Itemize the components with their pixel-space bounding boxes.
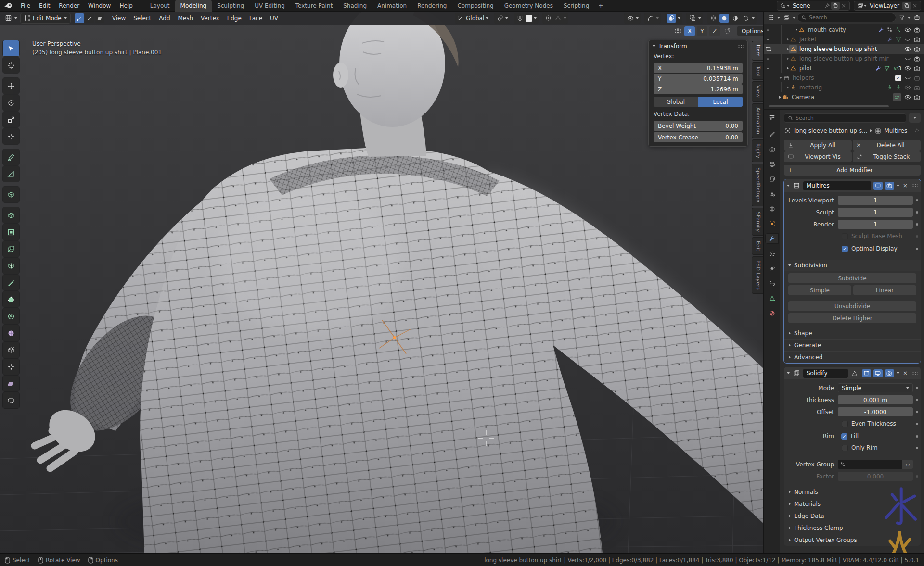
- annotate-tool-button[interactable]: [3, 149, 19, 165]
- mirror-y-button[interactable]: Y: [697, 26, 707, 36]
- solidify-close-icon[interactable]: ×: [902, 370, 909, 377]
- workspace-texture-paint[interactable]: Texture Paint: [290, 0, 338, 12]
- workspace-animation[interactable]: Animation: [372, 0, 412, 12]
- workspace-layout[interactable]: Layout: [145, 0, 175, 12]
- menu-view[interactable]: View: [108, 15, 129, 22]
- expand-icon[interactable]: [787, 86, 789, 89]
- tab-psd-layers[interactable]: PSD Layers: [752, 256, 763, 294]
- snap-target-dropdown[interactable]: [494, 13, 510, 24]
- solidify-editmode-toggle-icon[interactable]: [862, 369, 871, 377]
- tab-render-properties[interactable]: [766, 144, 778, 154]
- hide-icon[interactable]: [904, 94, 911, 101]
- rim-fill-checkbox[interactable]: ✓: [841, 433, 847, 440]
- tab-tool[interactable]: Tool: [752, 62, 763, 80]
- snap-white-swatch[interactable]: [526, 15, 532, 22]
- multires-collapse-icon[interactable]: [787, 185, 790, 187]
- outliner-horizontal-scrollbar[interactable]: [769, 105, 889, 107]
- disable-render-icon[interactable]: [914, 94, 920, 101]
- add-cube-tool-button[interactable]: [3, 187, 19, 202]
- hide-icon[interactable]: [904, 84, 911, 91]
- tab-constraint-properties[interactable]: [766, 278, 778, 288]
- modifier-icon[interactable]: [887, 37, 893, 42]
- thickness-clamp-section[interactable]: Thickness Clamp: [784, 522, 921, 534]
- solidify-drag-handle[interactable]: [912, 371, 918, 375]
- rip-region-tool-button[interactable]: [3, 392, 19, 408]
- tweak-tool-button[interactable]: [3, 40, 19, 56]
- normals-section[interactable]: Normals: [784, 486, 921, 498]
- properties-search[interactable]: [784, 113, 906, 123]
- outliner-row-jacket[interactable]: jacket: [764, 35, 924, 44]
- solid-shading-icon[interactable]: [719, 14, 729, 23]
- local-button[interactable]: Local: [698, 97, 743, 107]
- pin-icon[interactable]: [823, 3, 831, 9]
- wireframe-shading-icon[interactable]: [709, 15, 718, 21]
- workspace-uv-editing[interactable]: UV Editing: [249, 0, 290, 12]
- solidify-collapse-icon[interactable]: [787, 372, 790, 374]
- outliner-search-input[interactable]: [809, 14, 892, 21]
- shapekeys-count-icon[interactable]: 3: [893, 66, 901, 71]
- spin-tool-button[interactable]: [3, 308, 19, 324]
- tab-rigify[interactable]: Rigify: [752, 139, 763, 162]
- add-workspace-button[interactable]: +: [594, 2, 607, 9]
- properties-editor-icon[interactable]: [766, 113, 778, 122]
- collection-checkbox[interactable]: ✓: [895, 75, 901, 81]
- rendered-shading-icon[interactable]: [741, 15, 750, 21]
- tab-sfamily[interactable]: SFamily: [752, 208, 763, 236]
- material-shading-icon[interactable]: [731, 15, 740, 21]
- breadcrumb-modifier[interactable]: Multires: [885, 127, 908, 134]
- viewport-3d[interactable]: Edit Mode View Select Add Mesh Vertex Ed…: [0, 12, 763, 553]
- tab-edit[interactable]: Edit: [752, 237, 763, 255]
- menu-window[interactable]: Window: [84, 0, 115, 12]
- modifier-icon[interactable]: [875, 65, 881, 71]
- tab-speedretopo[interactable]: SpeedRetopo: [752, 164, 763, 206]
- workspace-geometry-nodes[interactable]: Geometry Nodes: [499, 0, 558, 12]
- extrude-region-tool-button[interactable]: [3, 207, 19, 223]
- unlink-scene-icon[interactable]: ×: [840, 2, 847, 9]
- disable-render-x-icon[interactable]: [914, 75, 920, 81]
- generate-section[interactable]: Generate: [784, 339, 921, 351]
- tab-animation[interactable]: Animation: [752, 103, 763, 138]
- measure-tool-button[interactable]: [3, 166, 19, 182]
- transform-tool-button[interactable]: [3, 128, 19, 144]
- add-modifier-button[interactable]: +Add Modifier: [784, 165, 921, 176]
- even-thickness-checkbox[interactable]: [842, 421, 848, 427]
- edge-data-section[interactable]: Edge Data: [784, 510, 921, 522]
- scale-tool-button[interactable]: [3, 112, 19, 127]
- panel-drag-handle[interactable]: [738, 44, 744, 48]
- outliner-row-shirt-mirror[interactable]: long sleeve button up shirt mir: [764, 54, 924, 63]
- keyframe-dot[interactable]: [916, 399, 918, 401]
- tab-view[interactable]: View: [752, 81, 763, 101]
- viewlayer-selector[interactable]: ViewLayer ×: [854, 1, 921, 11]
- magnet-icon[interactable]: [516, 15, 524, 21]
- mesh-icon[interactable]: [884, 65, 890, 71]
- multires-drag-handle[interactable]: [912, 184, 918, 188]
- factor-field[interactable]: 0.000: [838, 472, 913, 481]
- multires-viewport-toggle-icon[interactable]: [873, 182, 883, 190]
- bevel-tool-button[interactable]: [3, 241, 19, 257]
- solidify-name-field[interactable]: Solidify: [803, 369, 848, 378]
- tab-scene-properties[interactable]: [766, 189, 778, 199]
- move-tool-button[interactable]: [3, 78, 19, 94]
- menu-add[interactable]: Add: [155, 15, 174, 22]
- solidify-cage-toggle-icon[interactable]: [850, 369, 860, 377]
- menu-file[interactable]: File: [16, 0, 35, 12]
- pose-icon[interactable]: [887, 85, 893, 90]
- mirror-x-button[interactable]: X: [684, 26, 695, 36]
- pin-id-icon[interactable]: [912, 128, 921, 134]
- multires-close-icon[interactable]: ×: [902, 182, 909, 189]
- shapekey-icon[interactable]: [896, 27, 901, 33]
- vertex-x-field[interactable]: X0.15938 m: [654, 63, 743, 73]
- tab-modifier-properties[interactable]: [766, 234, 778, 243]
- outliner-row-helpers[interactable]: helpers ✓: [764, 73, 924, 83]
- new-collection-icon[interactable]: [912, 14, 921, 21]
- menu-vertex[interactable]: Vertex: [197, 15, 223, 22]
- new-scene-icon[interactable]: [831, 2, 840, 10]
- options-dropdown[interactable]: Options: [737, 26, 763, 36]
- vertex-select-button[interactable]: [75, 13, 84, 23]
- disable-render-icon[interactable]: [914, 56, 920, 62]
- scene-selector[interactable]: Scene ×: [777, 1, 850, 11]
- tab-tool-properties[interactable]: [766, 129, 778, 139]
- outliner-row-camera[interactable]: Camera: [764, 92, 924, 102]
- hide-icon[interactable]: [904, 65, 911, 72]
- keyframe-dot[interactable]: [916, 423, 918, 425]
